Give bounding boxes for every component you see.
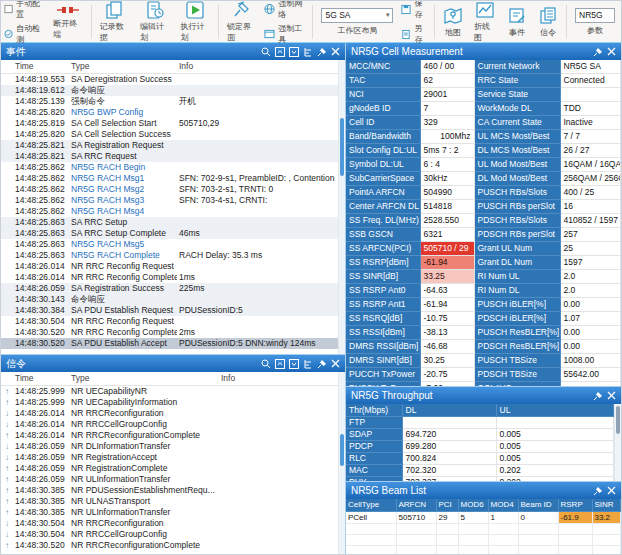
event-row[interactable]: 14:48:25.862NR5G RACH Begin bbox=[1, 162, 338, 173]
signaling-row[interactable]: ↑14:48:26.014NR RRCReconfigurationComple… bbox=[1, 430, 338, 441]
measurement-row[interactable]: Symbol DL:UL6 : 4UL Mod Most/Best16QAM /… bbox=[346, 158, 621, 172]
column-header[interactable]: Time bbox=[13, 60, 69, 73]
signaling-row[interactable]: ↓14:48:26.014NR RRCReconfiguration bbox=[1, 408, 338, 419]
throughput-row[interactable]: PDCP699.2800.005 bbox=[346, 440, 614, 452]
measurement-row[interactable]: SS Freq. DL(MHz)2528.550PDSCH RBs/Slots4… bbox=[346, 214, 621, 228]
event-row[interactable]: 14:48:25.863SA RRC Setup bbox=[1, 217, 338, 228]
throughput-row[interactable]: MAC702.3200.202 bbox=[346, 464, 614, 476]
measurement-row[interactable]: SS RSRP Ant1-61.94PUSCH iBLER[%]0.00 bbox=[346, 298, 621, 312]
signaling-row[interactable]: ↓14:48:26.014NR RRCCellGroupConfig bbox=[1, 419, 338, 430]
beam-row[interactable]: PCell50571029510-61.933.2 bbox=[346, 511, 621, 523]
force-tools-button[interactable]: 强制工具 bbox=[264, 23, 307, 45]
measurement-row[interactable]: Center ARFCN DL514818PUSCH RBs perSlot16 bbox=[346, 200, 621, 214]
signaling-row[interactable]: ↑14:48:30.520NR RRCReconfigurationComple… bbox=[1, 540, 338, 551]
run-plan-button[interactable]: 执行计划 bbox=[178, 0, 213, 44]
close-icon[interactable] bbox=[331, 47, 340, 56]
column-header[interactable]: Type bbox=[69, 60, 177, 73]
pin-icon[interactable] bbox=[593, 486, 603, 496]
signaling-row[interactable]: ↑14:48:26.059NR RegistrationComplete bbox=[1, 463, 338, 474]
measurement-row[interactable]: Cell ID329CA Current StateInactive bbox=[346, 116, 621, 130]
line-chart-button[interactable]: 折线图 bbox=[471, 0, 499, 44]
column-header[interactable]: RSRP bbox=[558, 499, 592, 511]
measurement-row[interactable]: SS RSRP[dBm]-61.94Grant DL Num1597 bbox=[346, 256, 621, 270]
params-select[interactable]: NR5G bbox=[575, 8, 615, 23]
signaling-view-button[interactable]: 信令 bbox=[535, 5, 561, 39]
event-row[interactable]: 14:48:25.862NR5G RACH Msg2SFN: 703-2-s1,… bbox=[1, 184, 338, 195]
close-icon[interactable] bbox=[331, 359, 340, 368]
disconnect-button[interactable]: 断开终端 bbox=[50, 2, 85, 41]
filter-tree-icon[interactable] bbox=[303, 47, 313, 57]
event-row[interactable]: 14:48:19.612命令响应 bbox=[1, 85, 338, 96]
event-row[interactable]: 14:48:25.862NR5G RACH Msg1SFN: 702-9-s1,… bbox=[1, 173, 338, 184]
signaling-row[interactable]: ↑14:48:30.385NR ULNASTransport bbox=[1, 496, 338, 507]
edit-plan-button[interactable]: 编辑计划 bbox=[137, 0, 172, 44]
throughput-scrollbar[interactable] bbox=[614, 404, 621, 481]
search-icon[interactable] bbox=[261, 359, 271, 369]
throughput-row[interactable]: RLC700.8240.005 bbox=[346, 452, 614, 464]
throughput-row[interactable]: SDAP694.7200.005 bbox=[346, 428, 614, 440]
event-row[interactable]: 14:48:30.504NR RRC Reconfig Request bbox=[1, 316, 338, 327]
event-row[interactable]: 14:48:25.863SA RRC Setup Complete46ms bbox=[1, 228, 338, 239]
signaling-row[interactable]: ↑14:48:30.385NR PDUSessionEstablishmentR… bbox=[1, 485, 338, 496]
close-icon[interactable] bbox=[607, 486, 616, 495]
measurement-row[interactable]: Slot Config DL:UL5ms 7 : 2DL MCS Most/Be… bbox=[346, 144, 621, 158]
event-row[interactable]: 14:48:30.143命令响应 bbox=[1, 294, 338, 305]
event-row[interactable]: 14:48:25.863NR5G RACH Msg5 bbox=[1, 239, 338, 250]
scroll-bottom-icon[interactable] bbox=[289, 47, 299, 57]
beam-row[interactable] bbox=[346, 545, 621, 554]
event-row[interactable]: 14:48:30.520SA PDU Establish AcceptPDUSe… bbox=[1, 338, 338, 349]
event-row[interactable]: 14:48:26.014NR RRC Reconfig Complete1ms bbox=[1, 272, 338, 283]
event-row[interactable]: 14:48:26.014NR RRC Reconfig Request bbox=[1, 261, 338, 272]
measurement-row[interactable]: PointA ARFCN504990PUSCH RBs/Slots400 / 2… bbox=[346, 186, 621, 200]
events-scrollbar[interactable] bbox=[338, 60, 345, 354]
signaling-scroll-thumb[interactable] bbox=[340, 434, 344, 466]
signaling-scrollbar[interactable] bbox=[338, 372, 345, 554]
measurement-row[interactable]: gNodeB ID7WorkMode DLTDD bbox=[346, 102, 621, 116]
event-row[interactable]: 14:48:30.384SA PDU Establish RequestPDUS… bbox=[1, 305, 338, 316]
workspace-layout-select[interactable]: 5G SA ▾ bbox=[321, 8, 393, 23]
column-header[interactable]: Info bbox=[219, 372, 338, 385]
column-header[interactable]: MOD6 bbox=[458, 499, 488, 511]
measurement-row[interactable]: MCC/MNC460 / 00Current NetworkNR5G SA bbox=[346, 60, 621, 74]
signaling-row[interactable]: ↑14:48:30.385NR ULInformationTransfer bbox=[1, 507, 338, 518]
column-header[interactable]: MOD4 bbox=[488, 499, 518, 511]
scroll-top-icon[interactable] bbox=[275, 359, 285, 369]
map-button[interactable]: 地图 bbox=[440, 5, 466, 39]
event-row[interactable]: 14:48:25.820NR5G BWP Config bbox=[1, 107, 338, 118]
column-header[interactable]: Type bbox=[69, 372, 219, 385]
throughput-row[interactable]: FTP bbox=[346, 416, 614, 428]
pin-icon[interactable] bbox=[317, 359, 327, 369]
column-header[interactable]: SINR bbox=[592, 499, 621, 511]
event-row[interactable]: 14:48:30.520NR RRC Reconfig Complete2ms bbox=[1, 327, 338, 338]
measurement-row[interactable]: Band/Bandwidth100MhzUL MCS Most/Best7 / … bbox=[346, 130, 621, 144]
record-data-button[interactable]: 记录数据 bbox=[97, 0, 132, 44]
measurement-row[interactable]: SS SINR[dB]33.25RI Num UL2.0 bbox=[346, 270, 621, 284]
column-header[interactable]: DL bbox=[402, 404, 496, 416]
column-header[interactable]: UL bbox=[496, 404, 614, 416]
beam-row[interactable] bbox=[346, 534, 621, 545]
beam-row[interactable] bbox=[346, 523, 621, 534]
measurement-row[interactable]: DMRS RSSI[dBm]-46.68PDSCH ResBLER[%]0.00 bbox=[346, 340, 621, 354]
measurement-row[interactable]: SubCarrierSpace30kHzDL Mod Most/Best256Q… bbox=[346, 172, 621, 186]
events-view-button[interactable]: 事件 bbox=[504, 5, 530, 39]
column-header[interactable]: Time bbox=[13, 372, 69, 385]
measurement-row[interactable]: SS RSRQ[dB]-10.75PDSCH iBLER[%]1.07 bbox=[346, 312, 621, 326]
event-row[interactable]: 14:48:19.553SA Deregistration Success bbox=[1, 73, 338, 85]
signaling-row[interactable]: ↑14:48:26.059NR ULInformationTransfer bbox=[1, 474, 338, 485]
events-scroll-thumb[interactable] bbox=[340, 118, 344, 176]
measurement-row[interactable]: NCI29001Service State bbox=[346, 88, 621, 102]
event-row[interactable]: 14:48:25.863NR5G RACH CompleteRACH Delay… bbox=[1, 250, 338, 261]
filter-tree-icon[interactable] bbox=[303, 359, 313, 369]
column-header[interactable]: ARFCN bbox=[396, 499, 436, 511]
measurement-row[interactable]: SS ARFCN(PCI)505710 / 29Grant UL Num25 bbox=[346, 242, 621, 256]
event-row[interactable]: 14:48:25.819SA Cell Selection Start50571… bbox=[1, 118, 338, 129]
signaling-row[interactable]: ↓14:48:26.059NR RegistrationAccept bbox=[1, 452, 338, 463]
save-as-button[interactable]: 另存 bbox=[401, 23, 429, 45]
close-icon[interactable] bbox=[607, 47, 616, 56]
event-row[interactable]: 14:48:25.139强制命令开机 bbox=[1, 96, 338, 107]
measurement-row[interactable]: TAC62RRC StateConnected bbox=[346, 74, 621, 88]
throughput-scroll-thumb[interactable] bbox=[616, 406, 620, 434]
signaling-row[interactable]: ↑14:48:25.999NR UECapabilityNR bbox=[1, 385, 338, 397]
measurement-row[interactable]: PUCCH TxPower-20.75PDSCH TBSize55642.00 bbox=[346, 368, 621, 382]
signaling-row[interactable]: ↓14:48:26.059NR DLInformationTransfer bbox=[1, 441, 338, 452]
